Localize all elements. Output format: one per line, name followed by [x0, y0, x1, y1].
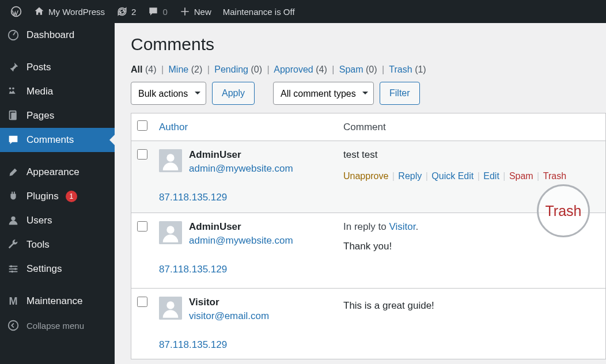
- table-row: AdminUser admin@mywebsite.com 87.118.135…: [131, 213, 606, 289]
- filter-approved[interactable]: Approved: [274, 65, 313, 74]
- updates-link[interactable]: 2: [111, 0, 142, 23]
- sidebar-item-tools[interactable]: Tools: [0, 233, 115, 257]
- author-name: Visitor: [189, 297, 219, 308]
- admin-bar: My WordPress 2 0 New Maintenance is Off: [0, 0, 606, 23]
- main-content: Comments All (4) | Mine (2) | Pending (0…: [115, 23, 606, 364]
- author-email-link[interactable]: admin@mywebsite.com: [189, 163, 293, 174]
- table-row: AdminUser admin@mywebsite.com 87.118.135…: [131, 141, 606, 213]
- filter-button[interactable]: Filter: [380, 82, 420, 105]
- sidebar-item-users[interactable]: Users: [0, 208, 115, 233]
- row-actions: Unapprove | Reply | Quick Edit | Edit | …: [343, 171, 600, 181]
- action-unapprove[interactable]: Unapprove: [343, 171, 388, 181]
- row-checkbox[interactable]: [137, 297, 147, 307]
- comment-content: Thank you!: [343, 241, 600, 252]
- author-ip-link[interactable]: 87.118.135.129: [159, 192, 227, 203]
- action-edit[interactable]: Edit: [483, 171, 499, 181]
- pages-icon: [7, 109, 20, 122]
- table-actions: Bulk actions Apply All comment types Fil…: [131, 82, 606, 105]
- action-reply[interactable]: Reply: [398, 171, 422, 181]
- sidebar-item-comments[interactable]: Comments: [0, 128, 115, 152]
- comment-icon: [7, 134, 20, 146]
- comment-type-select[interactable]: All comment types: [273, 82, 374, 105]
- sidebar-item-dashboard[interactable]: Dashboard: [0, 23, 115, 47]
- filter-spam[interactable]: Spam: [339, 65, 363, 74]
- dashboard-icon: [7, 29, 20, 41]
- comment-content: test test: [343, 149, 600, 161]
- comments-count: 0: [162, 7, 167, 17]
- site-name-link[interactable]: My WordPress: [28, 0, 111, 23]
- comment-content: This is a great guide!: [343, 300, 600, 312]
- select-all-checkbox[interactable]: [137, 120, 147, 131]
- apply-button[interactable]: Apply: [212, 82, 255, 105]
- plugin-icon: [7, 190, 20, 203]
- sidebar-item-pages[interactable]: Pages: [0, 104, 115, 128]
- svg-point-6: [11, 217, 15, 221]
- action-quick-edit[interactable]: Quick Edit: [431, 171, 474, 181]
- sidebar-item-label: Plugins: [26, 191, 59, 202]
- in-reply-to: In reply to Visitor.: [343, 221, 600, 233]
- avatar: [159, 297, 182, 320]
- user-icon: [7, 214, 20, 227]
- row-checkbox[interactable]: [137, 221, 147, 232]
- action-spam[interactable]: Spam: [509, 171, 533, 181]
- filter-all[interactable]: All: [131, 65, 142, 74]
- plugins-update-badge: 1: [66, 191, 77, 202]
- comments-link[interactable]: 0: [142, 0, 173, 23]
- filter-trash[interactable]: Trash: [389, 65, 412, 74]
- pin-icon: [7, 61, 20, 74]
- new-label: New: [194, 7, 211, 17]
- sidebar-item-media[interactable]: Media: [0, 79, 115, 104]
- filter-pending[interactable]: Pending: [214, 65, 248, 74]
- sidebar-item-label: Collapse menu: [26, 321, 84, 331]
- svg-point-3: [9, 88, 12, 90]
- reply-to-link[interactable]: Visitor: [389, 221, 415, 232]
- plus-icon: [179, 6, 191, 17]
- author-ip-link[interactable]: 87.118.135.129: [159, 339, 227, 350]
- filter-mine[interactable]: Mine: [169, 65, 189, 74]
- sidebar-item-plugins[interactable]: Plugins 1: [0, 184, 115, 208]
- sidebar-item-label: Media: [26, 86, 53, 97]
- maintenance-icon: M: [7, 295, 20, 308]
- sidebar-item-posts[interactable]: Posts: [0, 55, 115, 79]
- new-content-link[interactable]: New: [173, 0, 217, 23]
- admin-sidebar: Dashboard Posts Media Pages Comments App…: [0, 23, 115, 364]
- avatar: [159, 221, 182, 244]
- author-name: AdminUser: [189, 149, 241, 160]
- comments-table: Author Comment AdminUser admin@mywebsite…: [131, 113, 606, 359]
- home-icon: [33, 6, 45, 17]
- status-filters: All (4) | Mine (2) | Pending (0) | Appro…: [131, 65, 606, 75]
- sidebar-item-label: Posts: [26, 62, 51, 73]
- avatar: [159, 149, 182, 172]
- sidebar-item-label: Pages: [26, 110, 54, 122]
- comment-icon: [147, 6, 159, 17]
- sidebar-item-label: Comments: [26, 134, 74, 146]
- sidebar-item-label: Tools: [26, 239, 50, 251]
- collapse-icon: [7, 319, 20, 332]
- collapse-menu[interactable]: Collapse menu: [0, 313, 115, 338]
- row-checkbox[interactable]: [137, 149, 147, 160]
- table-row: Visitor visitor@email.com 87.118.135.129…: [131, 289, 606, 359]
- author-ip-link[interactable]: 87.118.135.129: [159, 264, 227, 275]
- svg-point-19: [166, 301, 174, 309]
- svg-rect-5: [11, 113, 16, 120]
- svg-point-10: [10, 266, 13, 268]
- author-email-link[interactable]: admin@mywebsite.com: [189, 235, 293, 246]
- svg-point-13: [9, 321, 18, 331]
- sidebar-item-maintenance[interactable]: M Maintenance: [0, 289, 115, 313]
- column-comment: Comment: [338, 113, 606, 141]
- sidebar-item-appearance[interactable]: Appearance: [0, 160, 115, 184]
- sidebar-item-label: Dashboard: [26, 29, 74, 41]
- svg-point-17: [166, 226, 174, 233]
- author-name: AdminUser: [189, 221, 241, 232]
- author-email-link[interactable]: visitor@email.com: [189, 310, 269, 321]
- wp-logo[interactable]: [5, 0, 28, 23]
- sidebar-item-settings[interactable]: Settings: [0, 257, 115, 281]
- bulk-actions-select[interactable]: Bulk actions: [131, 82, 206, 105]
- maintenance-link[interactable]: Maintenance is Off: [217, 0, 301, 23]
- column-author[interactable]: Author: [159, 122, 188, 132]
- maintenance-label: Maintenance is Off: [223, 7, 295, 17]
- action-trash[interactable]: Trash: [543, 171, 566, 181]
- brush-icon: [7, 166, 20, 179]
- site-title: My WordPress: [48, 7, 105, 17]
- settings-icon: [7, 263, 20, 275]
